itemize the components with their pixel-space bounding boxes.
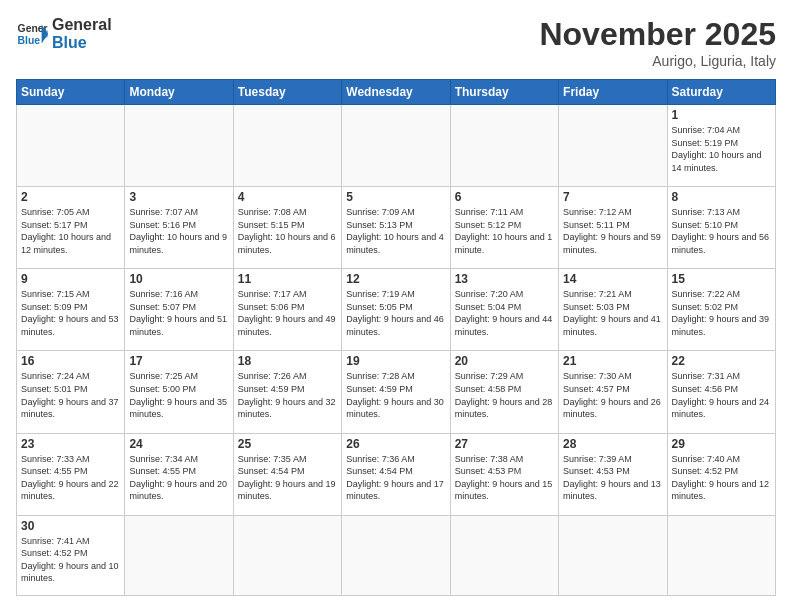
- calendar-cell: 1Sunrise: 7:04 AM Sunset: 5:19 PM Daylig…: [667, 105, 775, 187]
- svg-text:Blue: Blue: [18, 34, 41, 45]
- calendar-cell: 29Sunrise: 7:40 AM Sunset: 4:52 PM Dayli…: [667, 433, 775, 515]
- calendar-cell: 30Sunrise: 7:41 AM Sunset: 4:52 PM Dayli…: [17, 515, 125, 595]
- calendar-cell: 13Sunrise: 7:20 AM Sunset: 5:04 PM Dayli…: [450, 269, 558, 351]
- logo: General Blue General Blue: [16, 16, 112, 51]
- cell-daylight-info: Sunrise: 7:38 AM Sunset: 4:53 PM Dayligh…: [455, 453, 554, 503]
- logo-icon: General Blue: [16, 18, 48, 50]
- cell-daylight-info: Sunrise: 7:25 AM Sunset: 5:00 PM Dayligh…: [129, 370, 228, 420]
- calendar-cell: 17Sunrise: 7:25 AM Sunset: 5:00 PM Dayli…: [125, 351, 233, 433]
- day-number: 20: [455, 354, 554, 368]
- cell-daylight-info: Sunrise: 7:24 AM Sunset: 5:01 PM Dayligh…: [21, 370, 120, 420]
- cell-daylight-info: Sunrise: 7:30 AM Sunset: 4:57 PM Dayligh…: [563, 370, 662, 420]
- calendar-cell: 3Sunrise: 7:07 AM Sunset: 5:16 PM Daylig…: [125, 187, 233, 269]
- day-header-thursday: Thursday: [450, 80, 558, 105]
- day-number: 13: [455, 272, 554, 286]
- cell-daylight-info: Sunrise: 7:20 AM Sunset: 5:04 PM Dayligh…: [455, 288, 554, 338]
- day-number: 1: [672, 108, 771, 122]
- cell-daylight-info: Sunrise: 7:31 AM Sunset: 4:56 PM Dayligh…: [672, 370, 771, 420]
- day-number: 15: [672, 272, 771, 286]
- day-number: 26: [346, 437, 445, 451]
- calendar-cell: 25Sunrise: 7:35 AM Sunset: 4:54 PM Dayli…: [233, 433, 341, 515]
- header: General Blue General Blue November 2025 …: [16, 16, 776, 69]
- day-number: 2: [21, 190, 120, 204]
- day-number: 22: [672, 354, 771, 368]
- day-number: 6: [455, 190, 554, 204]
- calendar-cell: 5Sunrise: 7:09 AM Sunset: 5:13 PM Daylig…: [342, 187, 450, 269]
- day-number: 25: [238, 437, 337, 451]
- cell-daylight-info: Sunrise: 7:26 AM Sunset: 4:59 PM Dayligh…: [238, 370, 337, 420]
- cell-daylight-info: Sunrise: 7:29 AM Sunset: 4:58 PM Dayligh…: [455, 370, 554, 420]
- cell-daylight-info: Sunrise: 7:05 AM Sunset: 5:17 PM Dayligh…: [21, 206, 120, 256]
- day-number: 10: [129, 272, 228, 286]
- day-number: 9: [21, 272, 120, 286]
- logo-blue: Blue: [52, 34, 112, 52]
- day-number: 14: [563, 272, 662, 286]
- calendar-cell: 14Sunrise: 7:21 AM Sunset: 5:03 PM Dayli…: [559, 269, 667, 351]
- calendar-cell: 10Sunrise: 7:16 AM Sunset: 5:07 PM Dayli…: [125, 269, 233, 351]
- calendar-cell: [342, 105, 450, 187]
- location-subtitle: Aurigo, Liguria, Italy: [539, 53, 776, 69]
- cell-daylight-info: Sunrise: 7:34 AM Sunset: 4:55 PM Dayligh…: [129, 453, 228, 503]
- calendar-cell: [125, 105, 233, 187]
- day-number: 16: [21, 354, 120, 368]
- calendar-cell: 26Sunrise: 7:36 AM Sunset: 4:54 PM Dayli…: [342, 433, 450, 515]
- calendar-cell: [342, 515, 450, 595]
- day-number: 27: [455, 437, 554, 451]
- calendar-cell: 6Sunrise: 7:11 AM Sunset: 5:12 PM Daylig…: [450, 187, 558, 269]
- calendar-cell: 21Sunrise: 7:30 AM Sunset: 4:57 PM Dayli…: [559, 351, 667, 433]
- day-number: 23: [21, 437, 120, 451]
- calendar-cell: 4Sunrise: 7:08 AM Sunset: 5:15 PM Daylig…: [233, 187, 341, 269]
- calendar-cell: 8Sunrise: 7:13 AM Sunset: 5:10 PM Daylig…: [667, 187, 775, 269]
- calendar-cell: 15Sunrise: 7:22 AM Sunset: 5:02 PM Dayli…: [667, 269, 775, 351]
- calendar-cell: [17, 105, 125, 187]
- title-block: November 2025 Aurigo, Liguria, Italy: [539, 16, 776, 69]
- calendar: SundayMondayTuesdayWednesdayThursdayFrid…: [16, 79, 776, 596]
- day-header-friday: Friday: [559, 80, 667, 105]
- cell-daylight-info: Sunrise: 7:07 AM Sunset: 5:16 PM Dayligh…: [129, 206, 228, 256]
- calendar-cell: 7Sunrise: 7:12 AM Sunset: 5:11 PM Daylig…: [559, 187, 667, 269]
- calendar-cell: [233, 105, 341, 187]
- cell-daylight-info: Sunrise: 7:11 AM Sunset: 5:12 PM Dayligh…: [455, 206, 554, 256]
- cell-daylight-info: Sunrise: 7:13 AM Sunset: 5:10 PM Dayligh…: [672, 206, 771, 256]
- calendar-cell: [559, 105, 667, 187]
- calendar-cell: 9Sunrise: 7:15 AM Sunset: 5:09 PM Daylig…: [17, 269, 125, 351]
- day-number: 5: [346, 190, 445, 204]
- day-number: 7: [563, 190, 662, 204]
- cell-daylight-info: Sunrise: 7:17 AM Sunset: 5:06 PM Dayligh…: [238, 288, 337, 338]
- cell-daylight-info: Sunrise: 7:39 AM Sunset: 4:53 PM Dayligh…: [563, 453, 662, 503]
- calendar-cell: [559, 515, 667, 595]
- logo-general: General: [52, 16, 112, 34]
- day-number: 8: [672, 190, 771, 204]
- calendar-cell: 11Sunrise: 7:17 AM Sunset: 5:06 PM Dayli…: [233, 269, 341, 351]
- calendar-cell: 19Sunrise: 7:28 AM Sunset: 4:59 PM Dayli…: [342, 351, 450, 433]
- cell-daylight-info: Sunrise: 7:12 AM Sunset: 5:11 PM Dayligh…: [563, 206, 662, 256]
- cell-daylight-info: Sunrise: 7:33 AM Sunset: 4:55 PM Dayligh…: [21, 453, 120, 503]
- day-header-sunday: Sunday: [17, 80, 125, 105]
- cell-daylight-info: Sunrise: 7:09 AM Sunset: 5:13 PM Dayligh…: [346, 206, 445, 256]
- day-number: 24: [129, 437, 228, 451]
- page: General Blue General Blue November 2025 …: [0, 0, 792, 612]
- calendar-cell: 23Sunrise: 7:33 AM Sunset: 4:55 PM Dayli…: [17, 433, 125, 515]
- cell-daylight-info: Sunrise: 7:35 AM Sunset: 4:54 PM Dayligh…: [238, 453, 337, 503]
- day-number: 29: [672, 437, 771, 451]
- calendar-cell: 24Sunrise: 7:34 AM Sunset: 4:55 PM Dayli…: [125, 433, 233, 515]
- cell-daylight-info: Sunrise: 7:40 AM Sunset: 4:52 PM Dayligh…: [672, 453, 771, 503]
- day-header-wednesday: Wednesday: [342, 80, 450, 105]
- calendar-cell: 16Sunrise: 7:24 AM Sunset: 5:01 PM Dayli…: [17, 351, 125, 433]
- day-number: 28: [563, 437, 662, 451]
- day-header-monday: Monday: [125, 80, 233, 105]
- day-header-saturday: Saturday: [667, 80, 775, 105]
- calendar-cell: [125, 515, 233, 595]
- calendar-cell: [667, 515, 775, 595]
- day-number: 21: [563, 354, 662, 368]
- day-number: 17: [129, 354, 228, 368]
- cell-daylight-info: Sunrise: 7:16 AM Sunset: 5:07 PM Dayligh…: [129, 288, 228, 338]
- calendar-cell: 22Sunrise: 7:31 AM Sunset: 4:56 PM Dayli…: [667, 351, 775, 433]
- cell-daylight-info: Sunrise: 7:04 AM Sunset: 5:19 PM Dayligh…: [672, 124, 771, 174]
- cell-daylight-info: Sunrise: 7:41 AM Sunset: 4:52 PM Dayligh…: [21, 535, 120, 585]
- cell-daylight-info: Sunrise: 7:21 AM Sunset: 5:03 PM Dayligh…: [563, 288, 662, 338]
- calendar-cell: 18Sunrise: 7:26 AM Sunset: 4:59 PM Dayli…: [233, 351, 341, 433]
- day-number: 18: [238, 354, 337, 368]
- cell-daylight-info: Sunrise: 7:36 AM Sunset: 4:54 PM Dayligh…: [346, 453, 445, 503]
- day-number: 4: [238, 190, 337, 204]
